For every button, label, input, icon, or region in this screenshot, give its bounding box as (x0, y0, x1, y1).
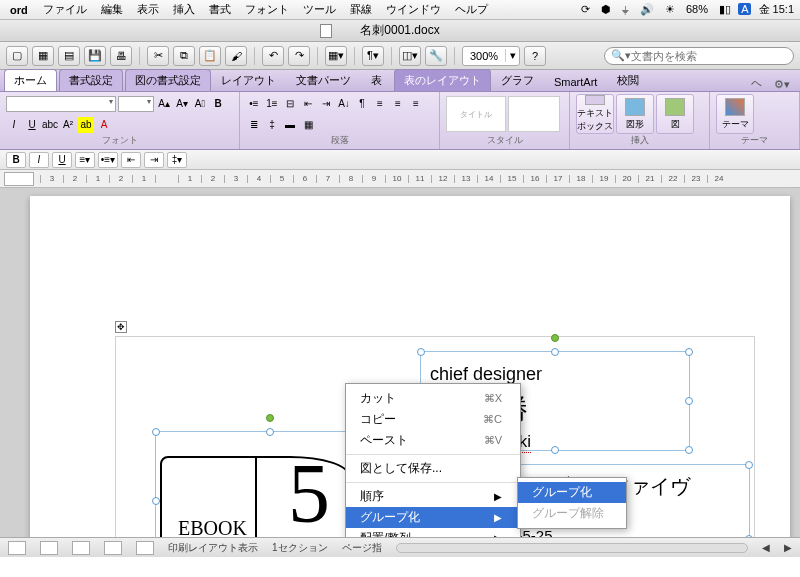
view-mode-2[interactable] (40, 541, 58, 555)
tab-format-settings[interactable]: 書式設定 (59, 69, 123, 91)
view-mode-3[interactable] (72, 541, 90, 555)
view-mode-5[interactable] (136, 541, 154, 555)
resize-handle-tl[interactable] (152, 428, 160, 436)
grow-font-button[interactable]: A▴ (156, 96, 172, 112)
menu-format[interactable]: 書式 (202, 2, 238, 17)
ribbon-options[interactable]: ⚙▾ (768, 78, 796, 91)
fmt-align[interactable]: ≡▾ (75, 152, 95, 168)
highlight-button[interactable]: ab (78, 117, 94, 133)
menu-view[interactable]: 表示 (130, 2, 166, 17)
align-center-button[interactable]: ≡ (390, 96, 406, 112)
tab-picture-format[interactable]: 図の書式設定 (125, 69, 211, 91)
redo-button[interactable]: ↷ (288, 46, 310, 66)
indent-inc-button[interactable]: ⇥ (318, 96, 334, 112)
view-mode-1[interactable] (8, 541, 26, 555)
fmt-spacing[interactable]: ‡▾ (167, 152, 187, 168)
menu-font[interactable]: フォント (238, 2, 296, 17)
tab-home[interactable]: ホーム (4, 69, 57, 91)
show-hide-button[interactable]: ¶▾ (362, 46, 384, 66)
borders-button[interactable]: ▦ (300, 117, 316, 133)
save-button[interactable]: 💾 (84, 46, 106, 66)
ctx-paste[interactable]: ペースト⌘V (346, 430, 520, 451)
menu-help[interactable]: ヘルプ (448, 2, 495, 17)
align-left-button[interactable]: ≡ (372, 96, 388, 112)
fmt-bold[interactable]: B (6, 152, 26, 168)
help-button[interactable]: ? (524, 46, 546, 66)
new-doc-button[interactable]: ▢ (6, 46, 28, 66)
search-input[interactable] (631, 50, 787, 62)
sidebar-button[interactable]: ◫▾ (399, 46, 421, 66)
scroll-right[interactable]: ▶ (784, 542, 792, 553)
rotate-handle-2[interactable] (551, 334, 559, 342)
picture-button[interactable]: 図 (656, 94, 694, 134)
sort-button[interactable]: A↓ (336, 96, 352, 112)
bullets-button[interactable]: •≡ (246, 96, 262, 112)
copy-button[interactable]: ⧉ (173, 46, 195, 66)
fmt-bullets[interactable]: •≡▾ (98, 152, 118, 168)
tab-selector[interactable] (4, 172, 34, 186)
ctx-order[interactable]: 順序▶ (346, 486, 520, 507)
justify-button[interactable]: ≣ (246, 117, 262, 133)
menu-edit[interactable]: 編集 (94, 2, 130, 17)
resize-handle[interactable] (745, 461, 753, 469)
horizontal-ruler[interactable]: 3212112345678910111213141516171819202122… (0, 170, 800, 188)
sub-group[interactable]: グループ化 (518, 482, 626, 503)
format-painter-button[interactable]: 🖌 (225, 46, 247, 66)
italic-button[interactable]: I (6, 117, 22, 133)
fmt-underline[interactable]: U (52, 152, 72, 168)
indent-dec-button[interactable]: ⇤ (300, 96, 316, 112)
view-mode-4[interactable] (104, 541, 122, 555)
resize-handle-t[interactable] (266, 428, 274, 436)
style-preview-2[interactable] (508, 96, 560, 132)
underline-button[interactable]: U (24, 117, 40, 133)
zoom-value[interactable] (463, 50, 505, 62)
fmt-indent-out[interactable]: ⇤ (121, 152, 141, 168)
zoom-dropdown[interactable]: ▾ (505, 49, 519, 62)
tab-layout[interactable]: レイアウト (211, 69, 286, 91)
fmt-italic[interactable]: I (29, 152, 49, 168)
print-button[interactable]: 🖶 (110, 46, 132, 66)
resize-handle[interactable] (417, 348, 425, 356)
strike-button[interactable]: abc (42, 117, 58, 133)
tab-table[interactable]: 表 (361, 69, 392, 91)
shape-button[interactable]: 図形 (616, 94, 654, 134)
font-color-button[interactable]: A (96, 117, 112, 133)
font-family-select[interactable] (6, 96, 116, 112)
line-spacing-button[interactable]: ‡ (264, 117, 280, 133)
fmt-indent-in[interactable]: ⇥ (144, 152, 164, 168)
rotate-handle[interactable] (266, 414, 274, 422)
tab-table-layout[interactable]: 表のレイアウト (394, 69, 491, 91)
resize-handle[interactable] (551, 348, 559, 356)
ribbon-collapse[interactable]: ヘ (745, 76, 768, 91)
ctx-copy[interactable]: コピー⌘C (346, 409, 520, 430)
menu-table[interactable]: 罫線 (343, 2, 379, 17)
toolbox-button[interactable]: 🔧 (425, 46, 447, 66)
cut-button[interactable]: ✂ (147, 46, 169, 66)
document-canvas[interactable]: ✥ EBOOK 5 (0, 188, 800, 557)
menu-tools[interactable]: ツール (296, 2, 343, 17)
align-right-button[interactable]: ≡ (408, 96, 424, 112)
tab-doc-parts[interactable]: 文書パーツ (286, 69, 361, 91)
open-button[interactable]: ▦ (32, 46, 54, 66)
ctx-cut[interactable]: カット⌘X (346, 388, 520, 409)
menu-insert[interactable]: 挿入 (166, 2, 202, 17)
ctx-group[interactable]: グループ化▶ (346, 507, 520, 528)
menu-window[interactable]: ウインドウ (379, 2, 448, 17)
paste-button[interactable]: 📋 (199, 46, 221, 66)
search-box[interactable]: 🔍▾ (604, 47, 794, 65)
superscript-button[interactable]: A² (60, 117, 76, 133)
ctx-save-as-picture[interactable]: 図として保存... (346, 458, 520, 479)
multilevel-button[interactable]: ⊟ (282, 96, 298, 112)
resize-handle[interactable] (685, 348, 693, 356)
zoom-control[interactable]: ▾ (462, 46, 520, 66)
clear-format-button[interactable]: A⃠ (192, 96, 208, 112)
ime-indicator[interactable]: A (738, 3, 751, 15)
template-button[interactable]: ▤ (58, 46, 80, 66)
gallery-button[interactable]: ▦▾ (325, 46, 347, 66)
bold-button[interactable]: B (210, 96, 226, 112)
menu-file[interactable]: ファイル (36, 2, 94, 17)
resize-handle-l[interactable] (152, 497, 160, 505)
font-size-select[interactable] (118, 96, 154, 112)
tab-chart[interactable]: グラフ (491, 69, 544, 91)
show-marks-button[interactable]: ¶ (354, 96, 370, 112)
